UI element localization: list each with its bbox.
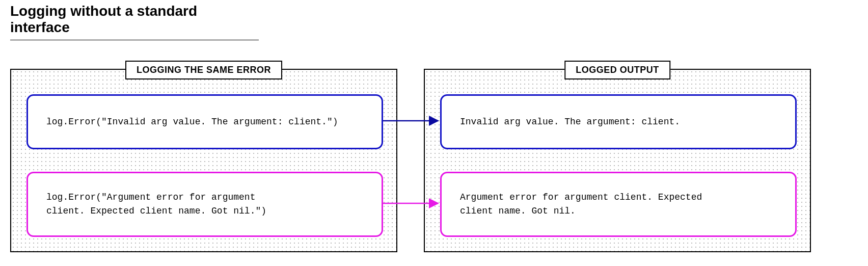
- panel-logged-output: LOGGED OUTPUT Invalid arg value. The arg…: [424, 69, 811, 252]
- code-box-input-2: log.Error("Argument error for argument c…: [26, 172, 383, 237]
- output-text-2: Argument error for argument client. Expe…: [460, 191, 702, 218]
- panel-label-right: LOGGED OUTPUT: [564, 61, 670, 79]
- panel-label-left: LOGGING THE SAME ERROR: [125, 61, 282, 79]
- output-text-1: Invalid arg value. The argument: client.: [460, 115, 680, 129]
- output-box-2: Argument error for argument client. Expe…: [440, 172, 797, 237]
- output-box-1: Invalid arg value. The argument: client.: [440, 94, 797, 149]
- code-text-input-2: log.Error("Argument error for argument c…: [46, 191, 266, 218]
- diagram-title: Logging without a standard interface: [10, 3, 259, 40]
- code-box-input-1: log.Error("Invalid arg value. The argume…: [26, 94, 383, 149]
- panel-logging-input: LOGGING THE SAME ERROR log.Error("Invali…: [10, 69, 397, 252]
- code-text-input-1: log.Error("Invalid arg value. The argume…: [46, 115, 338, 129]
